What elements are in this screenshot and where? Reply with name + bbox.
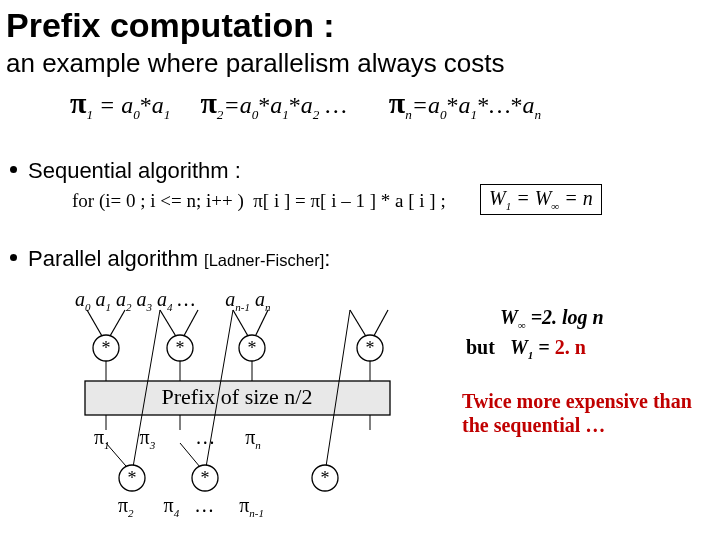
pi-top-row: π1 π3 … πn (94, 426, 261, 451)
parallel-diagram: * * * * Prefix of size n/2 * * * (70, 288, 440, 528)
star-node: * (192, 465, 218, 491)
comment-line1: Twice more expensive than (462, 390, 692, 413)
star-node: * (119, 465, 145, 491)
sequential-code: for (i= 0 ; i <= n; i++ ) π[ i ] = π[ i … (72, 190, 446, 212)
bullet-icon (10, 254, 17, 261)
but-label: but (466, 336, 495, 359)
title: Prefix computation : (6, 6, 335, 45)
svg-text:*: * (176, 338, 185, 358)
svg-text:*: * (321, 468, 330, 488)
svg-text:*: * (102, 338, 111, 358)
prefix-box-label: Prefix of size n/2 (162, 384, 313, 409)
svg-text:*: * (248, 338, 257, 358)
star-node: * (357, 335, 383, 361)
bullet-icon (10, 166, 17, 173)
seq-complexity-box: W1 = W∞ = n (480, 184, 602, 215)
star-node: * (167, 335, 193, 361)
pi-bottom-row: π2 π4 … πn-1 (118, 494, 264, 519)
subtitle: an example where parallelism always cost… (6, 48, 505, 79)
comment-line2: the sequential … (462, 414, 605, 437)
w-one: W1 = 2. n (510, 336, 586, 361)
star-node: * (239, 335, 265, 361)
parallel-heading: Parallel algorithm [Ladner-Fischer]: (28, 246, 330, 272)
sequential-heading: Sequential algorithm : (28, 158, 241, 184)
svg-text:*: * (128, 468, 137, 488)
star-node: * (312, 465, 338, 491)
w-infinity: W∞ =2. log n (500, 306, 604, 331)
svg-text:*: * (366, 338, 375, 358)
prefix-definitions: π1 = a0*a1 π2=a0*a1*a2 … πn=a0*a1*…*an (70, 86, 541, 123)
star-node: * (93, 335, 119, 361)
svg-text:*: * (201, 468, 210, 488)
inputs-row: a0 a1 a2 a3 a4 … an-1 an (75, 288, 270, 313)
